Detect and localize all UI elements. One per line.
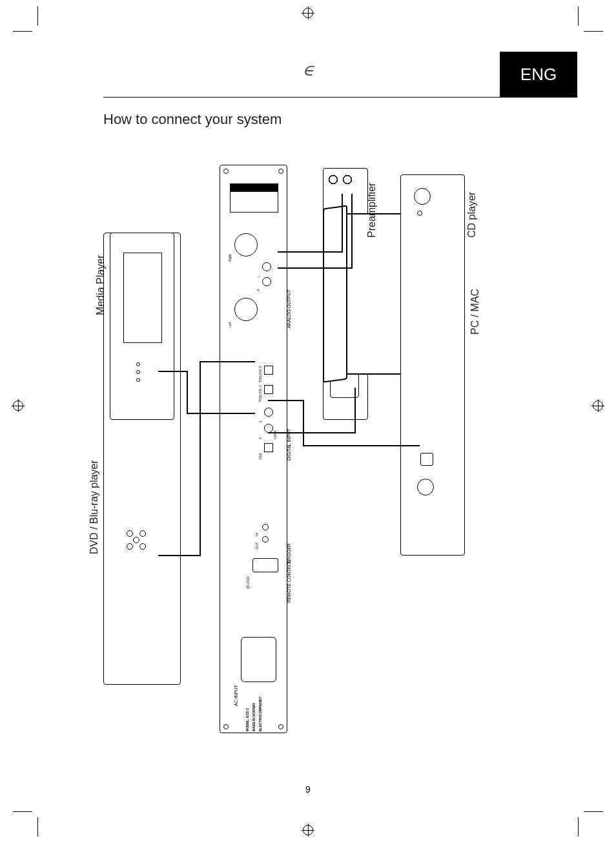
xlr-left <box>234 298 258 321</box>
xlr-right-label: Right <box>228 254 232 262</box>
coax-label: COAX <box>273 430 277 439</box>
trigger-out <box>262 536 269 543</box>
crop-mark <box>13 811 32 812</box>
media-player-display <box>123 253 162 343</box>
crop-mark <box>37 817 38 837</box>
laptop-keyboard <box>323 205 347 382</box>
cd-display <box>414 188 431 205</box>
caution-label: CAUTION <box>230 183 278 213</box>
cd-player <box>400 174 465 556</box>
cd-label: CD player <box>466 192 478 238</box>
page-title: How to connect your system <box>103 111 282 128</box>
xlr-left-label: Left <box>228 322 232 328</box>
xlr-right <box>234 233 258 256</box>
model-line2: MADE IN NORWAY <box>252 703 256 731</box>
language-badge: ENG <box>500 52 577 97</box>
crop-mark <box>578 817 579 837</box>
ac-inlet <box>241 637 276 682</box>
divider <box>103 97 577 98</box>
crop-mark <box>13 31 32 32</box>
crop-mark <box>37 6 38 26</box>
cd-toslink-out <box>420 453 433 466</box>
analog-output-section: ANALOG OUTPUT Right L R Left <box>227 227 282 337</box>
registration-mark <box>303 8 313 18</box>
toslink2-label: TOSLINK 2 <box>258 366 262 382</box>
model-line3: ELECTROCOMPANIET <box>258 696 262 731</box>
usb-port <box>264 443 273 452</box>
rca-l <box>262 262 271 271</box>
rca-r <box>262 277 271 286</box>
ac-input-section: AC INPUT <box>227 630 282 708</box>
preamp-label: Preamplifier <box>366 183 378 238</box>
brand-logo: ∈ <box>302 61 314 79</box>
remote-control-label: REMOTE CONTROL <box>287 560 291 603</box>
dac-rear-panel: CAUTION ANALOG OUTPUT Right L R Left DIG… <box>220 165 287 733</box>
rs232-port <box>252 558 278 572</box>
media-player-ports <box>136 362 140 382</box>
cd-led <box>417 211 422 216</box>
rs232-label: RS-232C <box>246 576 250 589</box>
media-label: Media Player <box>95 255 107 315</box>
coax1-label: 1 <box>258 421 262 422</box>
rca-r-label: R <box>256 289 260 291</box>
coax2-port <box>264 424 273 433</box>
media-player <box>110 233 174 420</box>
rca-l-label: L <box>256 275 260 277</box>
trigger-in-label: IN <box>255 533 259 536</box>
page-number: 9 <box>305 784 311 795</box>
control-section: TRIGGER IN OUT REMOTE CONTROL RS-232C <box>227 521 282 598</box>
usb-label: USB <box>258 453 262 460</box>
registration-mark <box>13 401 23 411</box>
analog-output-label: ANALOG OUTPUT <box>287 289 291 328</box>
toslink1-port <box>264 385 273 394</box>
crop-mark <box>584 31 603 32</box>
screw-icon <box>278 169 283 174</box>
crop-mark <box>584 811 603 812</box>
toslink1-label: TOSLINK 1 <box>258 386 262 402</box>
digital-input-label: DIGITAL INPUT <box>287 429 291 461</box>
connection-diagram: CAUTION ANALOG OUTPUT Right L R Left DIG… <box>84 142 517 736</box>
cd-coax-out <box>417 479 434 495</box>
screw-icon <box>278 724 283 729</box>
registration-mark <box>593 401 603 411</box>
screw-icon <box>223 169 229 174</box>
dvd-output-cluster <box>127 530 159 563</box>
digital-input-section: DIGITAL INPUT TOSLINK 2 TOSLINK 1 1 2 CO… <box>227 359 282 469</box>
screw-icon <box>223 724 229 729</box>
trigger-out-label: OUT <box>255 542 259 549</box>
ac-input-label: AC INPUT <box>234 685 238 706</box>
language-badge-text: ENG <box>520 65 557 85</box>
coax2-label: 2 <box>258 437 262 439</box>
caution-title: CAUTION <box>283 199 287 214</box>
toslink2-port <box>264 366 273 375</box>
coax1-port <box>264 408 273 417</box>
crop-mark <box>578 6 579 26</box>
trigger-in <box>262 524 269 530</box>
dvd-label: DVD / Blu-ray player <box>88 460 100 554</box>
model-line1: MODEL: ECD 2 <box>245 708 249 731</box>
pc-label: PC / MAC <box>469 289 481 335</box>
registration-mark <box>303 825 313 835</box>
